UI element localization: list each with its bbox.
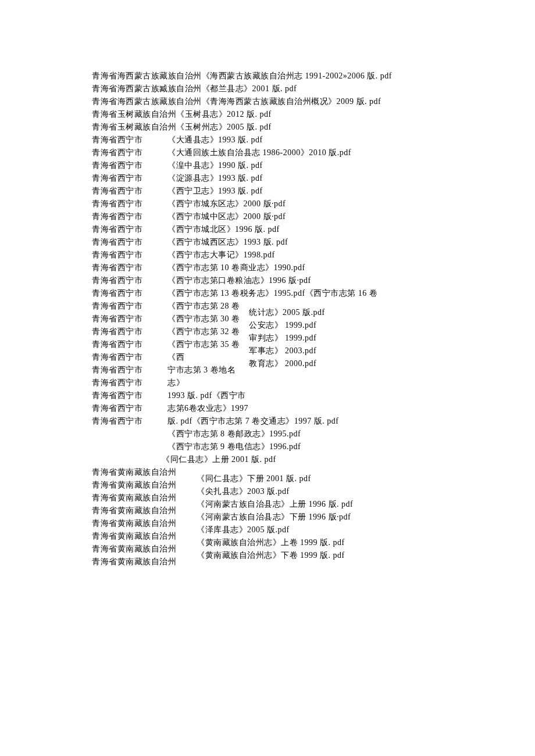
file-entry: 《西宁市志第 8 卷邮政志》1995.pdf xyxy=(167,428,377,440)
region-label: 青海省西宁市 xyxy=(92,159,167,172)
region-label: 青海省黄南藏族自治州 xyxy=(92,556,197,568)
region-label: 青海省西宁市 xyxy=(92,389,167,402)
file-entry: 《西宁市志第 30 卷 xyxy=(167,313,249,325)
region-label: 青海省西宁市 xyxy=(92,351,167,364)
file-entry: 《西宁市城西区志》1993 版. pdf xyxy=(167,236,377,249)
file-entry: 《尖扎县志》2003 版.pdf xyxy=(197,485,353,498)
file-entry: 《西宁市志大事记》1998.pdf xyxy=(167,249,377,261)
region-label: 青海省西宁市 xyxy=(92,134,167,146)
region-label: 青海省西宁市 xyxy=(92,172,167,185)
file-entry: 《西宁市志第 9 卷电信志》1996.pdf xyxy=(167,440,377,453)
file-entry: 《同仁县志》上册 2001 版. pdf xyxy=(162,453,377,466)
region-label: 青海省黄南藏族自治州 xyxy=(92,504,197,517)
xining-block: 青海省西宁市 青海省西宁市 青海省西宁市 青海省西宁市 青海省西宁市 青海省西宁… xyxy=(92,134,535,466)
file-entry: 《西宁市志第 28 卷 xyxy=(167,300,249,313)
file-entry: 《西宁市城中区志》2000 版·pdf xyxy=(167,210,377,223)
file-entry: 宁市志第 3 卷地名志》 xyxy=(167,364,249,389)
xining-mid-a: 《西宁市志第 28 卷 《西宁市志第 30 卷 《西宁市志第 32 卷 《西宁市… xyxy=(167,300,249,415)
region-label: 青海省黄南藏族自治州 xyxy=(92,517,197,530)
text-line: 青海省海西蒙古族臧族自治州《都兰县志》2001 版. pdf xyxy=(92,83,535,95)
region-label: 青海省西宁市 xyxy=(92,415,167,428)
file-entry: 《湟中县志》1990 版. pdf xyxy=(167,159,377,172)
region-label: 青海省西宁市 xyxy=(92,338,167,351)
huangnan-right-col: 《同仁县志》下册 2001 版. pdf 《尖扎县志》2003 版.pdf 《河… xyxy=(197,466,353,568)
file-entry: 教育志》 2000.pdf xyxy=(249,357,325,370)
file-entry: 《泽库县志》2005 版.pdf xyxy=(197,524,353,536)
text-line: 青海省玉树藏族自治州《玉树县志》2012 版. pdf xyxy=(92,108,535,121)
file-entry: 1993 版. pdf《西宁市 xyxy=(167,389,249,402)
file-entry: 《西宁市志第 13 卷税务志》1995.pdf《西宁市志第 16 卷 xyxy=(167,287,377,300)
text-line: 青海省海西蒙古族藏族自治州《海西蒙古族藏族自治州志 1991-2002»2006… xyxy=(92,70,535,83)
file-entry: 《黄南藏族自治州志》上卷 1999 版. pdf xyxy=(197,536,353,549)
file-entry: 《西宁市志第 32 卷 xyxy=(167,325,249,338)
region-label: 青海省西宁市 xyxy=(92,198,167,210)
xining-mid-b: 统计志》2005 版.pdf 公安志》 1999.pdf 审判志》 1999.p… xyxy=(249,300,325,415)
region-label: 青海省西宁市 xyxy=(92,261,167,274)
region-label: 青海省西宁市 xyxy=(92,223,167,236)
region-label: 青海省西宁市 xyxy=(92,402,167,415)
file-entry: 《西宁市志第 35 卷《西 xyxy=(167,338,249,364)
region-label: 青海省黄南藏族自治州 xyxy=(92,479,197,492)
file-entry: 《大通回族土族自治县志 1986-2000》2010 版.pdf xyxy=(167,146,377,159)
file-entry: 《西宁市志第 10 卷商业志》1990.pdf xyxy=(167,261,377,274)
region-label: 青海省西宁市 xyxy=(92,185,167,198)
file-entry: 志第6卷农业志》1997 xyxy=(167,402,249,415)
region-label: 青海省西宁市 xyxy=(92,325,167,338)
xining-right-col: 《大通县志》1993 版. pdf 《大通回族土族自治县志 1986-2000》… xyxy=(167,134,377,466)
region-label: 青海省西宁市 xyxy=(92,300,167,313)
file-entry: 审判志》 1999.pdf xyxy=(249,332,325,345)
file-entry: 《大通县志》1993 版. pdf xyxy=(167,134,377,146)
file-entry: 《西宁市城北区》1996 版. pdf xyxy=(167,223,377,236)
region-label: 青海省西宁市 xyxy=(92,313,167,325)
text-line: 青海省玉树藏族自治州《玉树州志》2005 版. pdf xyxy=(92,121,535,134)
file-entry: 《河南蒙古族自治县志》下册 1996 版·pdf xyxy=(197,511,353,524)
region-label: 青海省黄南藏族自治州 xyxy=(92,530,197,543)
file-entry: 《同仁县志》下册 2001 版. pdf xyxy=(197,472,353,485)
region-label: 青海省黄南藏族自治州 xyxy=(92,543,197,556)
text-line: 青海省海西蒙古族藏族自治州《青海海西蒙古族藏族自治州概况》2009 版. pdf xyxy=(92,95,535,108)
region-label: 青海省西宁市 xyxy=(92,364,167,377)
region-label: 青海省西宁市 xyxy=(92,274,167,287)
file-entry: 《黄南藏族自治州志》下卷 1999 版. pdf xyxy=(197,549,353,562)
file-entry: 《西宁市城东区志》2000 版·pdf xyxy=(167,198,377,210)
file-entry: 军事志》 2003.pdf xyxy=(249,345,325,357)
file-entry: 《西宁卫志》1993 版. pdf xyxy=(167,185,377,198)
file-entry: 统计志》2005 版.pdf xyxy=(249,306,325,319)
file-entry: 公安志》 1999.pdf xyxy=(249,319,325,332)
region-label: 青海省西宁市 xyxy=(92,210,167,223)
region-label: 青海省西宁市 xyxy=(92,249,167,261)
region-label: 青海省西宁市 xyxy=(92,377,167,389)
file-entry: 版. pdf《西宁市志第 7 卷交通志》1997 版. pdf xyxy=(167,415,377,428)
file-entry: 《西宁市志第口卷粮油志》1996 版·pdf xyxy=(167,274,377,287)
file-entry: 《淀源县志》1993 版. pdf xyxy=(167,172,377,185)
huangnan-block: 青海省黄南藏族自治州 青海省黄南藏族自治州 青海省黄南藏族自治州 青海省黄南藏族… xyxy=(92,466,535,568)
region-label: 青海省西宁市 xyxy=(92,146,167,159)
file-entry: 《河南蒙古族自治县志》上册 1996 版. pdf xyxy=(197,498,353,511)
document-page: 青海省海西蒙古族藏族自治州《海西蒙古族藏族自治州志 1991-2002»2006… xyxy=(0,0,535,568)
region-label: 青海省西宁市 xyxy=(92,287,167,300)
region-label: 青海省西宁市 xyxy=(92,236,167,249)
huangnan-left-col: 青海省黄南藏族自治州 青海省黄南藏族自治州 青海省黄南藏族自治州 青海省黄南藏族… xyxy=(92,466,197,568)
region-label: 青海省黄南藏族自治州 xyxy=(92,466,197,479)
region-label: 青海省黄南藏族自治州 xyxy=(92,492,197,504)
xining-mid-wrap: 《西宁市志第 28 卷 《西宁市志第 30 卷 《西宁市志第 32 卷 《西宁市… xyxy=(167,300,377,415)
xining-left-col: 青海省西宁市 青海省西宁市 青海省西宁市 青海省西宁市 青海省西宁市 青海省西宁… xyxy=(92,134,167,466)
